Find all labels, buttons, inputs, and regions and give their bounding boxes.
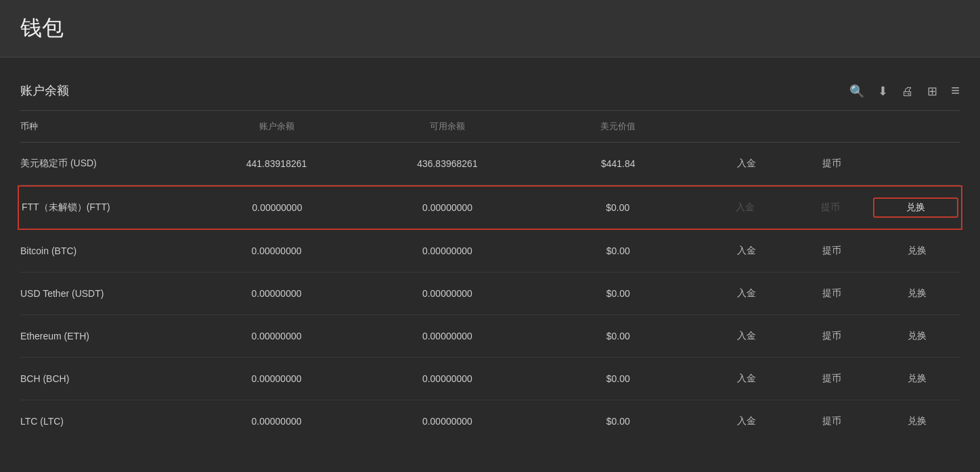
cell-balance: 0.00000000	[191, 373, 361, 384]
deposit-button[interactable]: 入金	[703, 242, 788, 260]
col-header-action2	[789, 120, 874, 133]
cell-currency: 美元稳定币 (USD)	[20, 158, 191, 170]
col-header-balance: 账户余额	[191, 120, 361, 133]
table-body: 美元稳定币 (USD)441.83918261436.83968261$441.…	[20, 143, 960, 442]
cell-usd-value: $441.84	[533, 158, 703, 169]
withdraw-button[interactable]: 提币	[789, 242, 874, 260]
cell-currency: LTC (LTC)	[20, 416, 191, 427]
cell-balance: 441.83918261	[191, 158, 361, 169]
col-header-available: 可用余额	[362, 120, 533, 133]
cell-currency: USD Tether (USDT)	[20, 288, 191, 299]
convert-button[interactable]: 兑换	[874, 242, 960, 260]
deposit-button[interactable]: 入金	[703, 327, 788, 345]
cell-currency: BCH (BCH)	[20, 373, 191, 384]
cell-currency: Ethereum (ETH)	[20, 331, 191, 341]
print-icon[interactable]	[901, 83, 914, 99]
cell-balance: 0.00000000	[191, 245, 361, 256]
deposit-button[interactable]: 入金	[703, 155, 788, 172]
main-content: 账户余额 币种 账户余额 可用余额 美元价值 美元稳定币 (USD)441.83…	[0, 57, 980, 456]
table-row: Ethereum (ETH)0.000000000.00000000$0.00入…	[20, 315, 960, 358]
cell-currency: Bitcoin (BTC)	[20, 245, 191, 256]
cell-available: 0.00000000	[362, 245, 533, 256]
convert-button[interactable]: 兑换	[873, 197, 958, 218]
table-row: LTC (LTC)0.000000000.00000000$0.00入金提币兑换	[20, 400, 960, 442]
balance-table: 币种 账户余额 可用余额 美元价值 美元稳定币 (USD)441.8391826…	[20, 111, 960, 442]
filter-icon[interactable]	[951, 82, 960, 99]
withdraw-button[interactable]: 提币	[789, 285, 874, 302]
cell-available: 0.00000000	[362, 331, 533, 341]
table-row: FTT（未解锁）(FTT)0.000000000.00000000$0.00入金…	[18, 185, 962, 230]
table-row: USD Tether (USDT)0.000000000.00000000$0.…	[20, 273, 960, 315]
toolbar-icons	[849, 82, 960, 99]
cell-available: 0.00000000	[362, 373, 533, 384]
cell-available: 436.83968261	[362, 158, 533, 169]
col-header-usd: 美元价值	[533, 120, 703, 133]
download-icon[interactable]	[878, 83, 888, 99]
cell-usd-value: $0.00	[533, 373, 703, 384]
cell-usd-value: $0.00	[533, 331, 703, 341]
cell-usd-value: $0.00	[533, 416, 703, 427]
col-header-action1	[703, 120, 788, 133]
cell-balance: 0.00000000	[192, 202, 363, 213]
page-title: 钱包	[20, 14, 960, 43]
cell-available: 0.00000000	[362, 416, 533, 427]
table-row: 美元稳定币 (USD)441.83918261436.83968261$441.…	[20, 143, 960, 185]
cell-usd-value: $0.00	[533, 288, 703, 299]
table-row: Bitcoin (BTC)0.000000000.00000000$0.00入金…	[20, 230, 960, 273]
cell-available: 0.00000000	[362, 288, 533, 299]
convert-button[interactable]: 兑换	[874, 327, 960, 345]
section-title: 账户余额	[20, 82, 69, 99]
cell-currency: FTT（未解锁）(FTT)	[22, 202, 192, 214]
withdraw-button[interactable]: 提币	[789, 155, 874, 172]
table-header: 币种 账户余额 可用余额 美元价值	[20, 111, 960, 143]
convert-button[interactable]: 兑换	[874, 285, 960, 302]
cell-balance: 0.00000000	[191, 416, 361, 427]
page-header: 钱包	[0, 0, 980, 57]
table-row: BCH (BCH)0.000000000.00000000$0.00入金提币兑换	[20, 358, 960, 400]
deposit-button: 入金	[703, 199, 788, 216]
search-icon[interactable]	[849, 83, 864, 99]
cell-balance: 0.00000000	[191, 331, 361, 341]
deposit-button[interactable]: 入金	[703, 370, 788, 387]
convert-button[interactable]: 兑换	[874, 412, 960, 430]
columns-icon[interactable]	[927, 83, 937, 99]
col-header-currency: 币种	[20, 120, 191, 133]
cell-balance: 0.00000000	[191, 288, 361, 299]
col-header-action3	[874, 120, 960, 133]
convert-button[interactable]: 兑换	[874, 370, 960, 387]
cell-usd-value: $0.00	[533, 245, 703, 256]
withdraw-button[interactable]: 提币	[789, 327, 874, 345]
cell-available: 0.00000000	[362, 202, 533, 213]
section-header: 账户余额	[20, 71, 960, 111]
withdraw-button[interactable]: 提币	[789, 370, 874, 387]
withdraw-button[interactable]: 提币	[789, 412, 874, 430]
deposit-button[interactable]: 入金	[703, 412, 788, 430]
cell-usd-value: $0.00	[533, 202, 703, 213]
deposit-button[interactable]: 入金	[703, 285, 788, 302]
withdraw-button: 提币	[788, 199, 873, 216]
